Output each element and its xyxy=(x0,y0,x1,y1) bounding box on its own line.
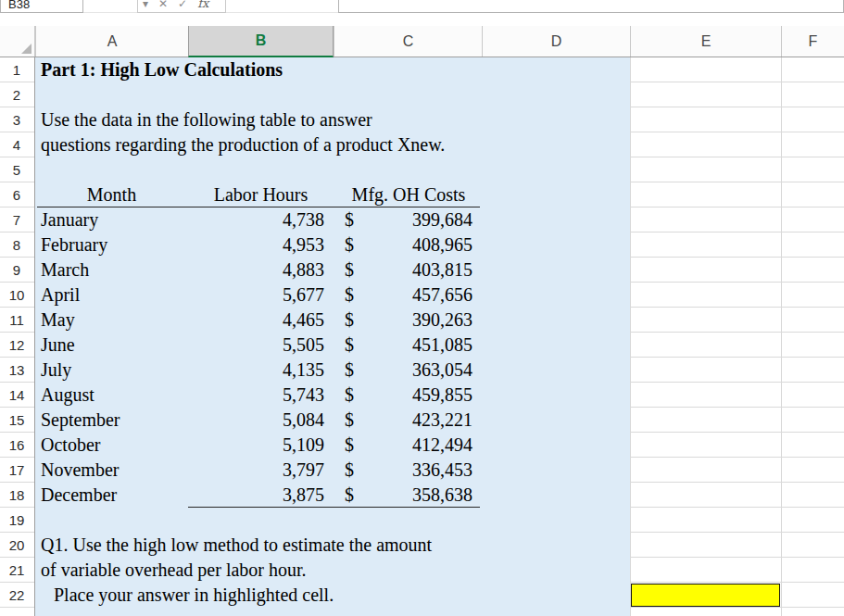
cell-oh-cost[interactable]: 403,815 xyxy=(350,258,472,283)
cell-month-name[interactable]: November xyxy=(41,458,119,483)
insert-function-icon[interactable]: fx xyxy=(197,0,208,10)
cell-title[interactable]: Part 1: High Low Calculations xyxy=(41,57,283,82)
formula-bar-input[interactable] xyxy=(338,0,844,13)
row-header[interactable]: 5 xyxy=(0,157,33,182)
column-header-a[interactable]: A xyxy=(35,26,188,57)
enter-icon[interactable]: ✓ xyxy=(178,0,187,10)
row-header[interactable]: 14 xyxy=(0,383,33,408)
cell-oh-cost[interactable]: 408,965 xyxy=(350,233,472,258)
row-header[interactable]: 20 xyxy=(0,533,33,558)
cell-oh-cost[interactable]: 412,494 xyxy=(350,433,472,458)
chevron-down-icon[interactable]: ▾ xyxy=(143,0,148,10)
table-header-oh-costs[interactable]: Mfg. OH Costs xyxy=(335,182,482,207)
gridline-vertical xyxy=(630,57,631,616)
row-header[interactable]: 19 xyxy=(0,508,33,533)
row-header[interactable]: 23 xyxy=(0,608,33,616)
row-header[interactable]: 11 xyxy=(0,308,33,333)
row-header[interactable]: 9 xyxy=(0,258,33,283)
cell-oh-cost[interactable]: 336,453 xyxy=(350,458,472,483)
cell-intro-line-2[interactable]: questions regarding the production of a … xyxy=(41,132,445,157)
cell-labor-hours[interactable]: 5,677 xyxy=(185,283,324,308)
select-all-triangle-icon xyxy=(21,44,31,54)
column-header-c[interactable]: C xyxy=(334,26,482,57)
row-header[interactable]: 13 xyxy=(0,358,33,383)
cell-question-line-2[interactable]: of variable overhead per labor hour. xyxy=(41,558,307,583)
cell-question-line-3[interactable]: Place your answer in highlighted cell. xyxy=(54,583,334,608)
cell-question-line-1[interactable]: Q1. Use the high low method to estimate … xyxy=(41,533,432,558)
cell-labor-hours[interactable]: 5,743 xyxy=(185,383,324,408)
cell-labor-hours[interactable]: 4,465 xyxy=(185,308,324,333)
cell-oh-cost[interactable]: 390,263 xyxy=(350,308,472,333)
cell-oh-cost[interactable]: 399,684 xyxy=(350,207,472,233)
formula-buttons: ▾ ✕ ✓ fx xyxy=(137,0,226,13)
cell-labor-hours[interactable]: 4,883 xyxy=(185,258,324,283)
cell-labor-hours[interactable]: 5,505 xyxy=(185,333,324,358)
cell-labor-hours[interactable]: 4,738 xyxy=(185,207,324,233)
row-header[interactable]: 22 xyxy=(0,583,33,608)
cell-month-name[interactable]: May xyxy=(41,308,75,333)
cell-month-name[interactable]: December xyxy=(41,483,117,508)
cell-oh-cost[interactable]: 363,054 xyxy=(350,358,472,383)
column-header-f[interactable]: F xyxy=(781,26,844,57)
row-header[interactable]: 7 xyxy=(0,207,33,233)
cell-month-name[interactable]: October xyxy=(41,433,100,458)
cell-labor-hours[interactable]: 5,084 xyxy=(185,408,324,433)
cell-month-name[interactable]: March xyxy=(41,258,89,283)
cell-oh-cost[interactable]: 451,085 xyxy=(350,333,472,358)
row-headers: 1 2 3 4 5 6 7 8 9 10 11 12 13 14 15 16 1… xyxy=(0,57,35,616)
excel-window: B38 ▾ ✕ ✓ fx A B C D E F 1 2 3 4 5 6 7 8… xyxy=(0,0,844,616)
cell-oh-cost[interactable]: 358,638 xyxy=(350,483,472,508)
formula-bar-row: B38 ▾ ✕ ✓ fx xyxy=(0,0,844,13)
cell-oh-cost[interactable]: 459,855 xyxy=(350,383,472,408)
row-header[interactable]: 6 xyxy=(0,182,33,207)
cell-month-name[interactable]: April xyxy=(41,283,80,308)
row-header[interactable]: 4 xyxy=(0,132,33,157)
column-header-d[interactable]: D xyxy=(482,26,630,57)
row-header[interactable]: 16 xyxy=(0,433,33,458)
cell-labor-hours[interactable]: 4,953 xyxy=(185,233,324,258)
table-header-labor-hours[interactable]: Labor Hours xyxy=(188,182,334,207)
name-box[interactable]: B38 xyxy=(0,0,83,13)
cell-labor-hours[interactable]: 5,109 xyxy=(185,433,324,458)
cell-labor-hours[interactable]: 4,135 xyxy=(185,358,324,383)
gridlines-right xyxy=(630,57,844,616)
answer-cell-highlighted[interactable] xyxy=(631,584,780,607)
gridline-vertical xyxy=(781,57,782,616)
row-header[interactable]: 12 xyxy=(0,333,33,358)
cell-oh-cost[interactable]: 457,656 xyxy=(350,283,472,308)
cancel-icon[interactable]: ✕ xyxy=(158,0,168,10)
cell-labor-hours[interactable]: 3,875 xyxy=(185,483,324,508)
cell-intro-line-1[interactable]: Use the data in the following table to a… xyxy=(41,107,372,132)
cell-labor-hours[interactable]: 3,797 xyxy=(185,458,324,483)
column-header-e[interactable]: E xyxy=(630,26,781,57)
cell-month-name[interactable]: July xyxy=(41,358,71,383)
row-header[interactable]: 17 xyxy=(0,458,33,483)
cell-month-name[interactable]: September xyxy=(41,408,120,433)
cell-month-name[interactable]: February xyxy=(41,233,107,258)
select-all-button[interactable] xyxy=(0,26,35,57)
row-header[interactable]: 2 xyxy=(0,82,33,107)
cell-month-name[interactable]: August xyxy=(41,383,94,408)
column-headers: A B C D E F xyxy=(0,26,844,57)
cell-month-name[interactable]: June xyxy=(41,333,75,358)
row-header[interactable]: 10 xyxy=(0,283,33,308)
table-bottom-underline xyxy=(188,507,480,508)
row-header[interactable]: 15 xyxy=(0,408,33,433)
row-header[interactable]: 21 xyxy=(0,558,33,583)
cell-oh-cost[interactable]: 423,221 xyxy=(350,408,472,433)
row-header[interactable]: 8 xyxy=(0,233,33,258)
table-header-month[interactable]: Month xyxy=(35,182,188,207)
row-header[interactable]: 1 xyxy=(0,57,33,82)
cell-month-name[interactable]: January xyxy=(41,207,98,233)
row-header[interactable]: 18 xyxy=(0,483,33,508)
row-header[interactable]: 3 xyxy=(0,107,33,132)
column-header-b-selected[interactable]: B xyxy=(188,26,334,57)
